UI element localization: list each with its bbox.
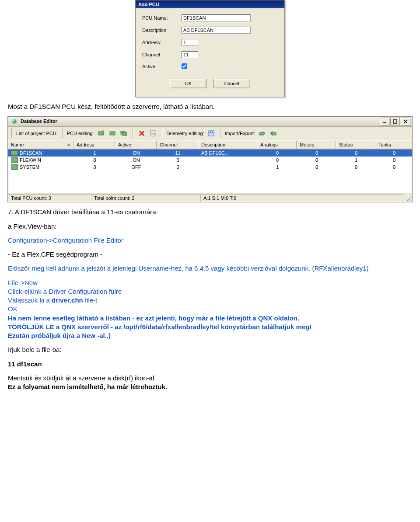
pcu-icon [11, 157, 18, 163]
cell: 11 [157, 150, 199, 156]
col-channel[interactable]: Channel [157, 140, 198, 149]
warn1: Ha nem lenne esetleg látható a listában … [8, 314, 299, 322]
sort-asc-icon [67, 143, 70, 146]
cell: 0 [297, 164, 336, 170]
svg-rect-19 [259, 132, 263, 135]
cell: ON [116, 157, 157, 163]
heading-7: 7. A DF1SCAN driver beállítása a 11-es c… [8, 208, 412, 216]
grid-header: Name Address Active Channel Description … [8, 140, 412, 149]
col-name[interactable]: Name [8, 140, 74, 149]
table-row[interactable]: FLEXWIN0ON00010 [8, 157, 412, 164]
warn2: TÖRÖLJÜK LE a QNX szerverről - az /opt/r… [8, 323, 312, 331]
pcu-name-input[interactable] [182, 14, 251, 21]
grid-body: DF1SCAN1ON11AB DF1SC...0000FLEXWIN0ON000… [8, 149, 412, 194]
properties-icon[interactable] [149, 129, 158, 138]
cell: 0 [74, 157, 116, 163]
database-icon [11, 118, 21, 124]
ok-text: OK [8, 305, 18, 313]
cell: 1 [258, 164, 297, 170]
pcu-icon [11, 150, 18, 156]
svg-point-0 [12, 119, 17, 124]
cell: FLEXWIN [8, 157, 74, 163]
cell: 0 [376, 157, 413, 163]
svg-rect-20 [273, 132, 276, 135]
copy-pcu-icon[interactable] [119, 129, 128, 138]
database-editor-window: Database Editor List of project PCU: PCU… [7, 116, 413, 202]
resize-grip[interactable] [404, 194, 412, 202]
col-description[interactable]: Description [198, 140, 257, 149]
description-input[interactable] [182, 27, 251, 34]
col-analogs[interactable]: Analogs [257, 140, 297, 149]
status-total-point: Total point count: 2 [91, 194, 200, 202]
password-note: Először meg kell adnunk a jelszót a jele… [8, 264, 412, 273]
col-meters[interactable]: Meters [297, 140, 336, 149]
address-input[interactable] [182, 39, 198, 46]
cell: 0 [258, 150, 297, 156]
dialog-titlebar[interactable]: Add PCU [136, 0, 284, 8]
cell [199, 164, 258, 170]
channel-label: Channel: [142, 52, 182, 57]
telemetry-icon[interactable] [207, 129, 216, 138]
cancel-button[interactable]: Cancel [214, 79, 250, 88]
table-row[interactable]: SYSTEM0OFF01000 [8, 164, 412, 171]
cell: ON [116, 150, 157, 156]
telemetry-label: Telemetry editing: [167, 131, 204, 136]
cell: AB DF1SC... [199, 150, 258, 156]
cell: 0 [297, 150, 336, 156]
edit-pcu-icon[interactable] [108, 129, 117, 138]
cell: 1 [74, 150, 116, 156]
cell: 0 [376, 164, 413, 170]
cell [199, 157, 258, 163]
cell: DF1SCAN [8, 150, 74, 156]
save-line2: Ez a folyamat nem ismételhető, ha már lé… [8, 383, 167, 390]
file-new: File->New [8, 279, 38, 286]
paragraph: a Flex.View-ban: [8, 222, 412, 231]
svg-point-1 [13, 120, 14, 122]
select-file-post: file-t [83, 296, 98, 304]
table-row[interactable]: DF1SCAN1ON11AB DF1SC...0000 [8, 150, 412, 157]
cell: SYSTEM [8, 164, 74, 170]
cfe-path: Configuration->Configuration File Editor [8, 236, 412, 245]
svg-rect-3 [393, 120, 397, 123]
cell: 0 [336, 164, 376, 170]
svg-rect-9 [122, 132, 127, 136]
active-label: Active: [142, 64, 182, 69]
description-label: Description: [142, 28, 182, 33]
cell: 0 [376, 150, 413, 156]
pcu-editing-label: PCU editing: [67, 131, 94, 136]
window-titlebar[interactable]: Database Editor [8, 117, 412, 127]
cell: 1 [336, 157, 376, 163]
new-pcu-icon[interactable] [97, 129, 105, 138]
dialog-title: Add PCU [138, 2, 159, 7]
minimize-button[interactable] [380, 118, 389, 125]
maximize-button[interactable] [390, 118, 400, 125]
toolbar: List of project PCU: PCU editing: Teleme… [8, 127, 412, 140]
list-label: List of project PCU: [16, 131, 58, 136]
svg-rect-7 [110, 132, 115, 135]
export-icon[interactable] [269, 129, 278, 138]
svg-rect-16 [209, 131, 214, 136]
cell: 0 [258, 157, 297, 163]
col-status[interactable]: Status [336, 140, 375, 149]
click-tab: Click-eljünk a Driver Configuration fülr… [8, 288, 122, 295]
cell: 0 [157, 164, 199, 170]
import-icon[interactable] [258, 129, 266, 138]
status-total-pcu: Total PCU count: 3 [8, 194, 91, 202]
col-address[interactable]: Address [74, 140, 115, 149]
warn3: Ezután próbáljuk újra a New -al..) [8, 332, 111, 339]
ok-button[interactable]: OK [170, 79, 206, 88]
svg-rect-18 [212, 132, 213, 133]
svg-rect-17 [210, 132, 211, 133]
active-checkbox[interactable] [182, 63, 187, 69]
pcu-name-label: PCU Name: [142, 15, 182, 21]
delete-icon[interactable] [137, 129, 146, 138]
col-active[interactable]: Active [115, 140, 157, 149]
channel-input[interactable] [182, 51, 198, 58]
col-tanks[interactable]: Tanks [375, 140, 412, 149]
window-title: Database Editor [21, 118, 57, 124]
paragraph: - Ez a Flex.CFE segédprogram - [8, 250, 412, 259]
close-button[interactable] [401, 118, 410, 125]
address-label: Address: [142, 40, 182, 45]
svg-line-23 [410, 200, 411, 201]
cell: 0 [336, 150, 376, 156]
